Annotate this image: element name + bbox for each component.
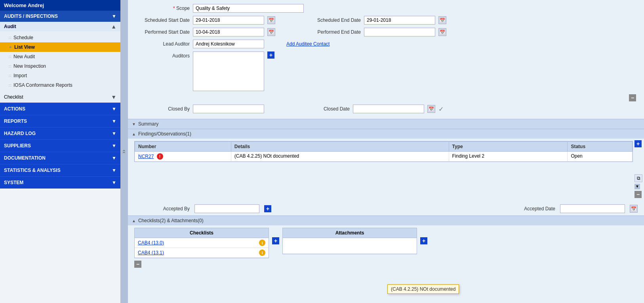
checklist-label: Checklist: [4, 94, 23, 100]
sidebar-item-iosa-reports[interactable]: ∷ IOSA Conformance Reports: [0, 80, 120, 90]
suppliers-label: SUPPLIERS: [4, 143, 31, 149]
sidebar-welcome: Welcome Andrej: [0, 0, 120, 11]
scheduled-start-input[interactable]: [193, 16, 264, 25]
form-area: Scope Scheduled Start Date 📅 Scheduled E…: [128, 0, 644, 119]
accepted-by-label: Accepted By: [134, 206, 190, 212]
sidebar-statistics-btn[interactable]: STATISTICS & ANALYSIS ▼: [0, 164, 120, 176]
accepted-date-input[interactable]: [560, 204, 625, 213]
scope-label: Scope: [134, 6, 190, 11]
tooltip: (CAB 4.2.25) NOt documented: [387, 284, 459, 294]
checklists-col-header: Checklists: [135, 228, 269, 238]
audits-collapse-icon: ▼: [112, 13, 116, 19]
sidebar-actions-btn[interactable]: ACTIONS ▼: [0, 103, 120, 115]
col-details: Details: [231, 142, 449, 152]
scheduled-end-calendar-icon[interactable]: 📅: [438, 16, 446, 24]
closed-by-input[interactable]: [193, 105, 264, 113]
ncr27-link[interactable]: NCR27: [138, 154, 154, 159]
checklists-grid: Checklists CAB4 (13.0) i CAB4 (13.1) i: [134, 228, 638, 258]
closed-date-input[interactable]: [353, 105, 424, 113]
checklists-add-button[interactable]: +: [272, 237, 279, 244]
closed-check-icon[interactable]: ✓: [438, 105, 444, 113]
checklist-row-1: CAB4 (13.1) i: [135, 248, 269, 258]
documentation-label: DOCUMENTATION: [4, 155, 46, 161]
performed-start-calendar-icon[interactable]: 📅: [267, 28, 275, 36]
actions-label: ACTIONS: [4, 106, 25, 112]
closed-date-calendar-icon[interactable]: 📅: [427, 105, 435, 113]
findings-section-header[interactable]: ▲ Findings/Observations(1): [128, 129, 644, 139]
summary-label: Summary: [138, 121, 158, 127]
cab4-13-1-info-icon: i: [259, 250, 265, 256]
new-inspection-label: New Inspection: [13, 63, 46, 69]
performed-end-input[interactable]: [364, 28, 435, 36]
auditors-row: Auditors +: [134, 51, 638, 91]
audits-section-label: AUDITS / INSPECTIONS: [4, 13, 58, 19]
performed-end-calendar-icon[interactable]: 📅: [438, 28, 446, 36]
list-item: [283, 238, 417, 254]
closed-by-label: Closed By: [134, 106, 190, 112]
sidebar-item-new-audit[interactable]: ∷ New Audit: [0, 52, 120, 61]
reports-label: REPORTS: [4, 118, 27, 124]
findings-remove-button[interactable]: −: [634, 191, 642, 198]
checklists-section-header[interactable]: ▲ Checklists(2) & Attachments(0): [128, 215, 644, 225]
hazard-arrow: ▼: [112, 131, 116, 136]
import-dot: ∷: [9, 74, 11, 78]
sidebar-system-btn[interactable]: SYSTEM ▼: [0, 176, 120, 189]
attachments-col-header: Attachments: [283, 228, 417, 238]
schedule-label: Schedule: [13, 35, 33, 40]
sidebar-suppliers-btn[interactable]: SUPPLIERS ▼: [0, 139, 120, 152]
cab4-13-0-link[interactable]: CAB4 (13.0): [138, 240, 164, 246]
col-type: Type: [449, 142, 568, 152]
findings-table: Number Details Type Status NCR27 !: [135, 141, 633, 162]
lead-auditor-label: Lead Auditor: [134, 41, 190, 47]
accepted-date-label: Accepted Date: [500, 206, 555, 212]
cab4-13-0-info-icon: i: [259, 240, 265, 246]
sidebar-documentation-btn[interactable]: DOCUMENTATION ▼: [0, 152, 120, 164]
hazard-label: HAZARD LOG: [4, 131, 36, 136]
accepted-date-calendar-icon[interactable]: 📅: [630, 205, 638, 213]
findings-scroll-down[interactable]: ▼: [634, 184, 640, 189]
auditors-add-button[interactable]: +: [267, 51, 274, 59]
finding-number-cell: NCR27 !: [135, 152, 231, 162]
sidebar-section-audits[interactable]: AUDITS / INSPECTIONS ▼: [0, 11, 120, 22]
table-row: NCR27 ! (CAB 4.2.25) NOt documented Find…: [135, 152, 633, 162]
checklists-table-wrap: Checklists CAB4 (13.0) i CAB4 (13.1) i: [134, 228, 269, 258]
sidebar-reports-btn[interactable]: REPORTS ▼: [0, 115, 120, 127]
statistics-arrow: ▼: [112, 168, 116, 173]
findings-triangle: ▲: [132, 132, 136, 136]
auditors-remove-button[interactable]: −: [629, 94, 636, 101]
sidebar-item-list-view[interactable]: ✦ List View: [0, 42, 120, 52]
sidebar-collapse-button[interactable]: ‹‹: [121, 0, 128, 303]
attachments-add-button[interactable]: +: [420, 237, 427, 244]
performed-start-input[interactable]: [193, 28, 264, 36]
sidebar-item-new-inspection[interactable]: ∷ New Inspection: [0, 61, 120, 71]
cab4-13-1-link[interactable]: CAB4 (13.1): [138, 250, 164, 255]
findings-section: Number Details Type Status NCR27 !: [128, 139, 644, 202]
accepted-by-input[interactable]: [194, 204, 259, 213]
scheduled-start-calendar-icon[interactable]: 📅: [267, 16, 275, 24]
accepted-by-add-button[interactable]: +: [264, 205, 271, 212]
iosa-label: IOSA Conformance Reports: [13, 82, 72, 88]
system-arrow: ▼: [112, 180, 116, 185]
checklists-triangle: ▲: [132, 219, 136, 223]
statistics-label: STATISTICS & ANALYSIS: [4, 168, 61, 173]
scheduled-end-input[interactable]: [364, 16, 435, 25]
add-auditee-contact-button[interactable]: Add Auditee Contact: [286, 41, 330, 47]
sidebar-item-import[interactable]: ∷ Import: [0, 71, 120, 80]
summary-section-header[interactable]: ▼ Summary: [128, 119, 644, 129]
scope-input[interactable]: [193, 4, 304, 13]
findings-add-button[interactable]: +: [634, 140, 642, 147]
warning-icon: !: [157, 153, 163, 160]
findings-table-wrap: Number Details Type Status NCR27 !: [134, 141, 633, 162]
finding-details-cell: (CAB 4.2.25) NOt documented: [231, 152, 449, 162]
list-item: CAB4 (13.0) i: [135, 238, 269, 248]
checklists-section-label: Checklists(2) & Attachments(0): [138, 218, 204, 223]
auditors-box[interactable]: [193, 51, 264, 91]
audit-label: Audit: [4, 24, 16, 29]
lead-auditor-input[interactable]: [193, 40, 264, 48]
checklists-remove-button[interactable]: −: [134, 261, 141, 268]
sidebar-item-schedule[interactable]: ∷ Schedule: [0, 33, 120, 42]
schedule-dot: ∷: [9, 36, 11, 40]
sidebar-hazard-btn[interactable]: HAZARD LOG ▼: [0, 127, 120, 139]
findings-copy-button[interactable]: ⧉: [634, 174, 642, 182]
sidebar: Welcome Andrej AUDITS / INSPECTIONS ▼ Au…: [0, 0, 121, 303]
